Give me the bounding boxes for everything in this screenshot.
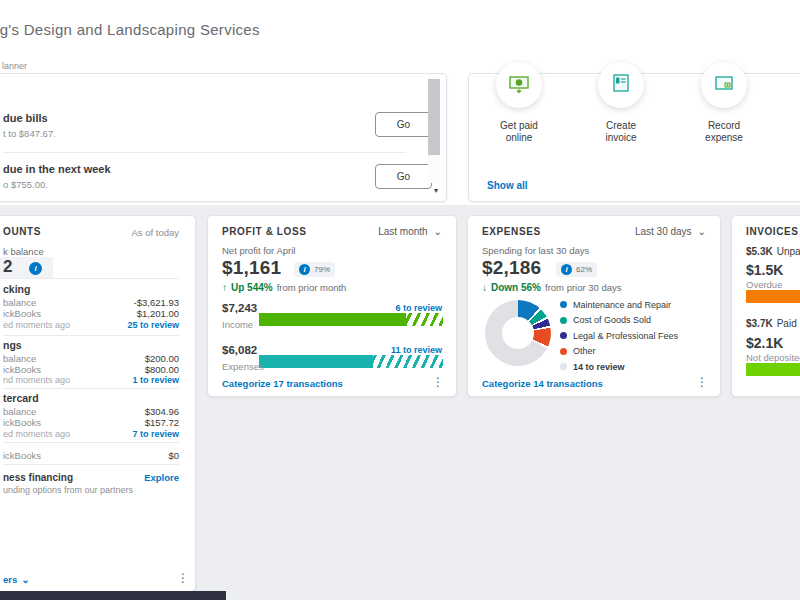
overdue-label: Overdue bbox=[746, 279, 782, 290]
expenses-donut-chart[interactable] bbox=[485, 300, 551, 366]
spending-amount: $2,186 bbox=[482, 257, 541, 279]
not-deposited-amount: $2.1K bbox=[746, 335, 783, 351]
divider bbox=[3, 335, 179, 336]
bank-balance-value: 2 bbox=[3, 257, 12, 277]
money-icon bbox=[507, 71, 531, 99]
review-link[interactable]: 1 to review bbox=[132, 375, 179, 385]
bottom-dark-bar bbox=[0, 591, 226, 600]
info-icon: i bbox=[299, 264, 310, 275]
task-subtitle: t to $847.67. bbox=[3, 128, 56, 139]
bank-balance-row-label: balance bbox=[3, 353, 36, 364]
bank-balance-label: k balance bbox=[3, 246, 44, 257]
quickbooks-row-label: ickBooks bbox=[3, 417, 41, 428]
overdue-amount: $1.5K bbox=[746, 262, 783, 278]
account-name-savings: ngs bbox=[3, 339, 22, 351]
planner-tab-label[interactable]: lanner bbox=[2, 61, 27, 71]
legend-item: Legal & Professional Fees bbox=[560, 328, 678, 344]
not-deposited-bar[interactable] bbox=[746, 363, 800, 376]
tasks-panel: due bills t to $847.67. Go due in the ne… bbox=[0, 73, 447, 202]
profit-loss-range-dropdown[interactable]: Last month ⌄ bbox=[378, 226, 442, 237]
kebab-menu-icon[interactable]: ⋮ bbox=[432, 375, 444, 389]
bank-balance-row-label: balance bbox=[3, 406, 36, 417]
dashboard-screen: ig's Design and Landscaping Services lan… bbox=[0, 0, 800, 600]
expenses-confidence-badge[interactable]: i 62% bbox=[556, 262, 597, 277]
expenses-review-link[interactable]: 11 to review bbox=[391, 345, 442, 355]
income-label: Income bbox=[222, 319, 253, 330]
legend-item: Maintenance and Repair bbox=[560, 297, 678, 313]
review-link[interactable]: 7 to review bbox=[132, 429, 179, 439]
company-name: ig's Design and Landscaping Services bbox=[0, 21, 260, 38]
expenses-range-dropdown[interactable]: Last 30 days ⌄ bbox=[635, 226, 706, 237]
scrollbar-thumb[interactable] bbox=[428, 79, 440, 155]
business-financing-title: ness financing bbox=[3, 472, 73, 483]
chevron-down-icon: ⌄ bbox=[434, 229, 442, 235]
kebab-menu-icon[interactable]: ⋮ bbox=[696, 375, 708, 389]
accounts-card-title: OUNTS bbox=[3, 226, 41, 237]
task-subtitle: o $755.00. bbox=[3, 179, 48, 190]
divider bbox=[3, 464, 179, 465]
quickbooks-row-value: $800.00 bbox=[145, 364, 179, 375]
review-link[interactable]: 25 to review bbox=[127, 320, 179, 330]
bank-balance-row-value: -$3,621.93 bbox=[134, 297, 179, 308]
info-icon: i bbox=[561, 264, 572, 275]
shortcut-label-create-invoice[interactable]: Create invoice bbox=[579, 120, 663, 144]
task-title: due bills bbox=[3, 112, 48, 124]
unpaid-summary: $5.3K Unpaid bbox=[746, 246, 800, 257]
invoice-icon bbox=[609, 71, 633, 99]
accounts-card: OUNTS As of today k balance 2 i cking ba… bbox=[0, 215, 196, 592]
create-invoice-button[interactable] bbox=[598, 62, 644, 108]
income-review-link[interactable]: 6 to review bbox=[395, 303, 442, 313]
kebab-menu-icon[interactable]: ⋮ bbox=[177, 571, 189, 585]
account-name-mastercard: tercard bbox=[3, 392, 39, 404]
expenses-label: Expenses bbox=[222, 361, 264, 372]
categorize-transactions-link[interactable]: Categorize 14 transactions bbox=[482, 378, 603, 389]
expenses-bar-solid bbox=[259, 355, 373, 368]
bank-balance-row-label: balance bbox=[3, 297, 36, 308]
net-profit-amount: $1,161 bbox=[222, 257, 281, 279]
chevron-down-icon: ⌄ bbox=[698, 229, 706, 235]
info-icon[interactable]: i bbox=[29, 262, 42, 275]
quickbooks-row-label: ickBooks bbox=[3, 364, 41, 375]
expenses-trend: ↓ Down 56% from prior 30 days bbox=[482, 282, 622, 293]
bank-balance-row-value: $200.00 bbox=[145, 353, 179, 364]
task-title: due in the next week bbox=[3, 163, 111, 175]
legend-item-review[interactable]: 14 to review bbox=[560, 359, 678, 375]
account-name-checking: cking bbox=[3, 283, 30, 295]
income-bar bbox=[259, 313, 443, 326]
scrollbar-down-arrow-icon[interactable]: ▾ bbox=[434, 186, 438, 195]
expenses-card: EXPENSES Last 30 days ⌄ Spending for las… bbox=[467, 215, 721, 397]
categorize-transactions-link[interactable]: Categorize 17 transactions bbox=[222, 378, 343, 389]
task-divider bbox=[3, 152, 406, 153]
legend-dot bbox=[560, 363, 567, 370]
income-bar-solid bbox=[259, 313, 406, 326]
legend-dot bbox=[560, 301, 567, 308]
arrow-up-icon: ↑ bbox=[222, 282, 227, 293]
income-amount: $7,243 bbox=[222, 302, 257, 314]
arrow-down-icon: ↓ bbox=[482, 282, 487, 293]
get-paid-online-button[interactable] bbox=[496, 62, 542, 108]
profit-confidence-badge[interactable]: i 79% bbox=[294, 262, 335, 277]
show-all-link[interactable]: Show all bbox=[487, 180, 528, 191]
overdue-bar[interactable] bbox=[746, 290, 800, 303]
updated-label: ed moments ago bbox=[3, 320, 70, 330]
legend-dot bbox=[560, 317, 567, 324]
spending-subtitle: Spending for last 30 days bbox=[482, 245, 589, 256]
profit-loss-card: PROFIT & LOSS Last month ⌄ Net profit fo… bbox=[207, 215, 457, 397]
profit-loss-title: PROFIT & LOSS bbox=[222, 226, 306, 237]
chevron-down-icon: ⌄ bbox=[21, 577, 29, 583]
accounts-as-of-label: As of today bbox=[131, 227, 179, 238]
expense-icon bbox=[712, 71, 736, 99]
divider bbox=[3, 388, 179, 389]
go-button[interactable]: Go bbox=[375, 112, 432, 137]
legend-dot bbox=[560, 332, 567, 339]
record-expense-button[interactable] bbox=[701, 62, 747, 108]
shortcut-label-record-expense[interactable]: Record expense bbox=[682, 120, 766, 144]
legend-dot bbox=[560, 348, 567, 355]
shortcut-label-get-paid-online[interactable]: Get paid online bbox=[477, 120, 561, 144]
paid-summary: $3.7K Paid La bbox=[746, 318, 800, 329]
invoices-card: INVOICES $5.3K Unpaid $1.5K Overdue $3.7… bbox=[731, 215, 800, 397]
registers-link[interactable]: ers ⌄ bbox=[3, 574, 30, 585]
explore-link[interactable]: Explore bbox=[144, 472, 179, 483]
expenses-title: EXPENSES bbox=[482, 226, 541, 237]
go-button[interactable]: Go bbox=[375, 164, 432, 189]
